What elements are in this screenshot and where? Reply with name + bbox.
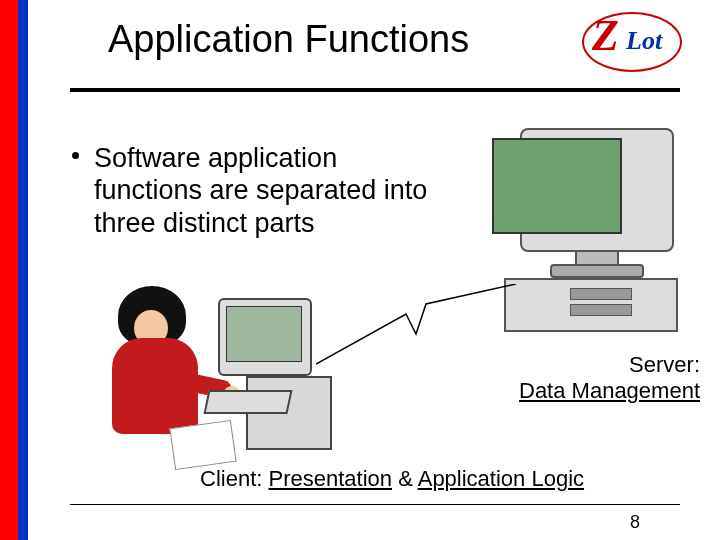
client-caption-prefix: Client: (200, 466, 268, 491)
server-drive1-icon (570, 288, 632, 300)
side-stripe-red (0, 0, 18, 540)
footer-divider (70, 504, 680, 505)
client-caption-amp: & (392, 466, 418, 491)
client-caption-part1: Presentation (268, 466, 392, 491)
server-base-icon (550, 264, 644, 278)
server-screen-icon (492, 138, 622, 234)
client-caption: Client: Presentation & Application Logic (200, 466, 584, 492)
logo-letter-z: Z (592, 10, 617, 61)
server-computer-icon (480, 128, 690, 348)
zlot-logo: Z Lot (582, 12, 690, 70)
client-screen-icon (226, 306, 302, 362)
bullet-item: Software application functions are separ… (72, 142, 432, 239)
logo-text-lot: Lot (626, 26, 662, 56)
client-user-icon (90, 280, 350, 470)
side-stripe-blue (18, 0, 28, 540)
slide-title: Application Functions (108, 18, 469, 61)
client-keyboard-icon (203, 390, 292, 414)
server-drive2-icon (570, 304, 632, 316)
server-caption: Server: Data Management (500, 352, 700, 404)
server-caption-line1: Server: (629, 352, 700, 377)
page-number: 8 (630, 512, 640, 533)
client-caption-part2: Application Logic (418, 466, 584, 491)
server-caption-line2: Data Management (519, 378, 700, 403)
paper-icon (169, 420, 236, 470)
bullet-dot-icon (72, 152, 79, 159)
title-underline (70, 88, 680, 92)
bullet-text: Software application functions are separ… (94, 142, 432, 239)
